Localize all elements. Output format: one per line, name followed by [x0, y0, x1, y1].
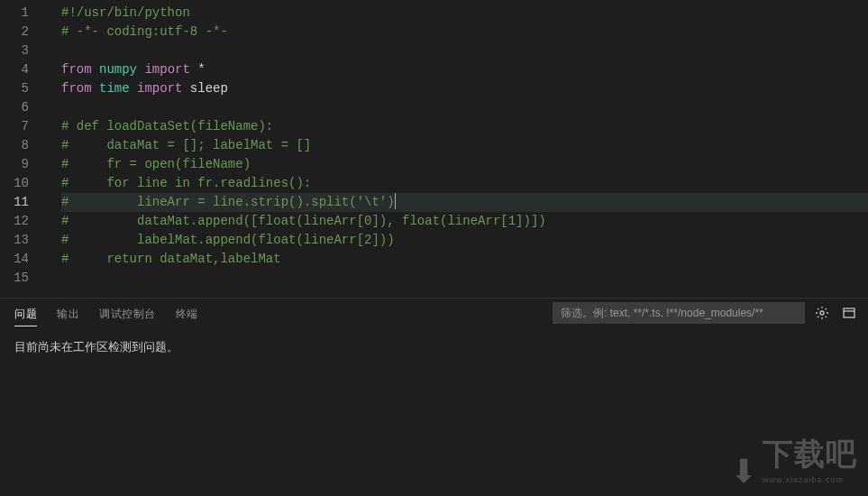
gutter: 123456789101112131415 [0, 0, 45, 298]
tab-terminal[interactable]: 终端 [176, 303, 198, 326]
code-line[interactable]: # lineArr = line.strip().split('\t') [61, 193, 868, 212]
line-number: 9 [0, 155, 29, 174]
line-number: 13 [0, 231, 29, 250]
code-line[interactable]: #!/usr/bin/python [61, 4, 868, 23]
code-line[interactable] [61, 269, 868, 288]
code-line[interactable]: # dataMat.append([float(lineArr[0]), flo… [61, 212, 868, 231]
text-cursor [395, 193, 396, 209]
panel-tabs: 问题 输出 调试控制台 终端 [0, 299, 868, 330]
panel-actions [553, 302, 859, 324]
panel-body: 目前尚未在工作区检测到问题。 [0, 330, 868, 364]
code-line[interactable]: # -*- coding:utf-8 -*- [61, 23, 868, 41]
tab-debug-console[interactable]: 调试控制台 [99, 303, 156, 326]
line-number: 6 [0, 98, 29, 117]
code-content[interactable]: #!/usr/bin/python# -*- coding:utf-8 -*-f… [45, 0, 868, 298]
line-number: 15 [0, 269, 29, 288]
code-line[interactable]: # def loadDataSet(fileName): [61, 117, 868, 136]
no-problems-message: 目前尚未在工作区检测到问题。 [14, 341, 178, 354]
code-line[interactable]: # fr = open(fileName) [61, 155, 868, 174]
gear-icon[interactable] [812, 303, 832, 323]
tab-problems[interactable]: 问题 [14, 303, 37, 326]
code-line[interactable]: from time import sleep [61, 79, 868, 98]
code-line[interactable] [61, 41, 868, 60]
line-number: 14 [0, 250, 29, 269]
code-line[interactable]: # labelMat.append(float(lineArr[2])) [61, 231, 868, 250]
svg-point-0 [820, 311, 824, 315]
svg-rect-1 [844, 308, 854, 317]
code-line[interactable]: from numpy import * [61, 60, 868, 79]
collapse-icon[interactable] [839, 303, 859, 323]
line-number: 5 [0, 79, 29, 98]
code-line[interactable]: # dataMat = []; labelMat = [] [61, 136, 868, 155]
code-line[interactable]: # return dataMat,labelMat [61, 250, 868, 269]
line-number: 8 [0, 136, 29, 155]
bottom-panel: 问题 输出 调试控制台 终端 目前尚未在工作区检测到问题。 [0, 298, 868, 496]
tab-output[interactable]: 输出 [57, 303, 79, 326]
line-number: 12 [0, 212, 29, 231]
line-number: 10 [0, 174, 29, 193]
editor-area: 123456789101112131415 #!/usr/bin/python#… [0, 0, 868, 298]
line-number: 11 [0, 193, 29, 212]
code-line[interactable] [61, 98, 868, 117]
line-number: 3 [0, 41, 29, 60]
line-number: 1 [0, 4, 29, 23]
line-number: 4 [0, 60, 29, 79]
filter-input[interactable] [553, 302, 805, 324]
code-line[interactable]: # for line in fr.readlines(): [61, 174, 868, 193]
line-number: 7 [0, 117, 29, 136]
line-number: 2 [0, 23, 29, 41]
